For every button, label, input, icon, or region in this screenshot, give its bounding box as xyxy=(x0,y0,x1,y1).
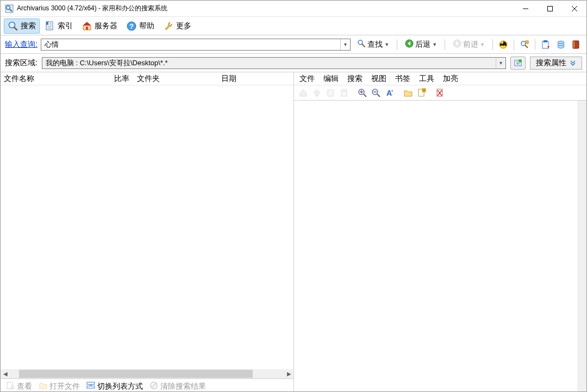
preview-menu-search[interactable]: 搜索 xyxy=(343,72,367,85)
preview-menu-tools[interactable]: 工具 xyxy=(415,72,439,85)
main-toolbar: 搜索 索引 服务器 ? 帮助 更多 xyxy=(1,17,586,35)
horizontal-scrollbar[interactable]: ◀ ▶ xyxy=(1,369,294,378)
clear-label: 清除搜索结果 xyxy=(160,382,206,391)
home-icon[interactable] xyxy=(297,87,309,99)
preview-menu-file[interactable]: 文件 xyxy=(295,72,319,85)
preview-menu-bookmark[interactable]: 书签 xyxy=(391,72,415,85)
more-tab[interactable]: 更多 xyxy=(159,18,195,34)
separator xyxy=(397,39,397,50)
col-date[interactable]: 日期 xyxy=(218,72,294,85)
separator xyxy=(535,39,535,50)
svg-rect-39 xyxy=(87,386,95,388)
help-tab-label: 帮助 xyxy=(139,21,154,31)
main-area: 文件名称 比率 文件夹 日期 ◀ ▶ 查看 打开文件 切换列表方式 xyxy=(1,72,586,392)
up-icon[interactable] xyxy=(311,87,323,99)
minimize-button[interactable] xyxy=(513,1,538,16)
help-tab[interactable]: ? 帮助 xyxy=(122,18,158,34)
help-icon: ? xyxy=(126,21,137,32)
magnifier-icon xyxy=(357,39,366,49)
vertical-scrollbar[interactable] xyxy=(577,101,586,392)
clear-icon xyxy=(149,381,158,391)
open-file-label: 打开文件 xyxy=(49,382,80,391)
preview-menu-view[interactable]: 视图 xyxy=(367,72,391,85)
svg-line-24 xyxy=(525,45,528,48)
open-file-button[interactable]: 打开文件 xyxy=(36,380,82,392)
separator xyxy=(492,39,493,50)
area-label: 搜索区域: xyxy=(5,58,38,68)
chevron-down-icon[interactable]: ▾ xyxy=(496,58,505,69)
refresh-area-button[interactable] xyxy=(510,57,526,70)
book-icon-button[interactable] xyxy=(570,39,582,51)
doc1-icon[interactable] xyxy=(324,87,336,99)
close-button[interactable] xyxy=(562,1,586,16)
toggle-icon xyxy=(86,381,95,391)
find-button[interactable]: 查找 ▼ xyxy=(354,38,392,51)
preview-body[interactable] xyxy=(294,101,586,392)
toggle-list-button[interactable]: 切换列表方式 xyxy=(84,380,145,392)
clipboard-button[interactable] xyxy=(540,39,552,51)
query-bar: 输入查询: ▾ 查找 ▼ 后退 ▼ 前进 ▼ xyxy=(1,35,586,54)
search-properties-button[interactable]: 搜索属性 xyxy=(530,57,582,70)
preview-toolbar: A ★ xyxy=(294,85,586,101)
svg-line-5 xyxy=(572,6,577,11)
results-pane: 文件名称 比率 文件夹 日期 ◀ ▶ 查看 打开文件 切换列表方式 xyxy=(1,72,294,392)
index-tab-label: 索引 xyxy=(58,21,73,31)
chevron-down-icon: ▼ xyxy=(480,42,485,47)
svg-text:?: ? xyxy=(129,22,134,30)
new-doc-icon[interactable]: ★ xyxy=(416,87,428,99)
query-input[interactable] xyxy=(41,39,340,49)
query-label[interactable]: 输入查询: xyxy=(5,40,38,49)
server-tab-label: 服务器 xyxy=(95,21,117,31)
preview-menu-edit[interactable]: 编辑 xyxy=(319,72,343,85)
forward-button[interactable]: 前进 ▼ xyxy=(449,38,488,51)
zoom-out-icon[interactable] xyxy=(370,87,382,99)
scroll-left-icon[interactable]: ◀ xyxy=(1,369,10,378)
index-tab[interactable]: 索引 xyxy=(41,18,77,34)
maximize-button[interactable] xyxy=(538,1,562,16)
col-filename[interactable]: 文件名称 xyxy=(1,72,104,85)
svg-rect-27 xyxy=(544,40,547,42)
search-tab[interactable]: 搜索 xyxy=(4,18,40,34)
find-label: 查找 xyxy=(367,40,383,49)
query-combo[interactable]: ▾ xyxy=(41,39,351,51)
svg-rect-36 xyxy=(7,382,13,389)
toggle-label: 切换列表方式 xyxy=(97,382,143,391)
back-icon xyxy=(405,39,414,49)
chevron-down-icon[interactable]: ▾ xyxy=(340,39,350,50)
svg-line-18 xyxy=(362,44,365,47)
svg-text:A: A xyxy=(386,89,392,97)
magnifier-icon xyxy=(8,21,18,32)
preview-menu: 文件 编辑 搜索 视图 书签 工具 加亮 xyxy=(294,72,586,85)
server-tab[interactable]: 服务器 xyxy=(78,18,121,34)
svg-line-8 xyxy=(14,27,17,30)
doc2-icon[interactable] xyxy=(338,87,350,99)
svg-rect-42 xyxy=(328,90,333,96)
window-title: Archivarius 3000 (4.72/x64) - 家用和办公的搜索系统 xyxy=(17,4,167,13)
results-list[interactable] xyxy=(1,85,294,369)
svg-point-23 xyxy=(521,41,526,46)
svg-rect-14 xyxy=(86,27,88,30)
folder-open-icon[interactable] xyxy=(402,87,414,99)
view-button[interactable]: 查看 xyxy=(4,380,34,392)
col-ratio[interactable]: 比率 xyxy=(104,72,134,85)
forward-icon xyxy=(453,39,461,49)
area-combo[interactable]: 我的电脑 : C:\Users\安哥拉\Desktop\*.* ▾ xyxy=(42,57,506,69)
scroll-thumb[interactable] xyxy=(19,370,253,378)
zoom-in-icon[interactable] xyxy=(357,87,369,99)
search-properties-label: 搜索属性 xyxy=(536,58,566,68)
font-icon[interactable]: A xyxy=(384,87,396,99)
search-settings-button[interactable] xyxy=(519,39,530,51)
stack-icon-button[interactable] xyxy=(555,39,567,51)
delete-doc-icon[interactable] xyxy=(434,87,446,99)
app-icon xyxy=(5,4,14,13)
col-folder[interactable]: 文件夹 xyxy=(134,72,218,85)
separator xyxy=(514,39,514,50)
view-icon xyxy=(6,381,15,391)
back-button[interactable]: 后退 ▼ xyxy=(402,38,440,51)
preview-menu-highlight[interactable]: 加亮 xyxy=(439,72,463,85)
virus-icon-button[interactable] xyxy=(497,39,509,51)
svg-rect-4 xyxy=(547,6,552,11)
scroll-right-icon[interactable]: ▶ xyxy=(284,369,294,378)
clear-results-button[interactable]: 清除搜索结果 xyxy=(147,380,208,392)
index-icon xyxy=(45,21,55,32)
